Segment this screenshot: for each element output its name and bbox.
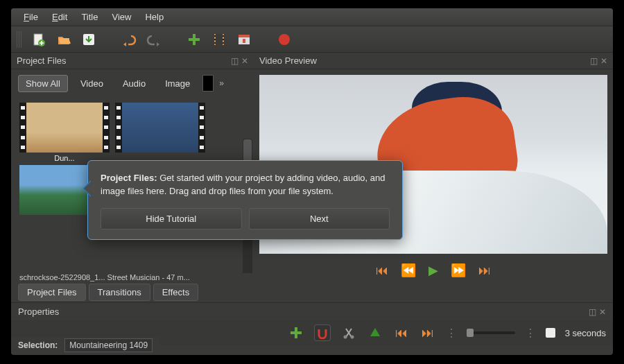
file-row-text: schrocksoe-2522908_1... Street Musician … [11,273,254,281]
svg-point-16 [350,336,354,339]
properties-header: Properties ◫✕ [11,302,613,320]
jump-end-icon[interactable]: ⏭ [478,263,491,278]
filter-image[interactable]: Image [158,76,197,92]
svg-rect-8 [223,35,224,37]
svg-rect-6 [214,39,216,40]
svg-rect-13 [243,39,245,43]
playback-controls: ⏮ ⏪ ▶ ⏩ ⏭ [254,259,613,281]
duration-checkbox[interactable] [546,328,555,338]
fast-forward-icon[interactable]: ⏩ [451,263,466,278]
new-project-icon[interactable] [31,31,47,48]
redo-icon[interactable] [146,31,162,48]
marker-icon[interactable] [367,324,383,341]
panel-close-icon[interactable]: ✕ [241,56,248,66]
filter-row: Show All Video Audio Image » [11,69,254,97]
svg-rect-4 [216,34,223,45]
jump-start-icon[interactable]: ⏮ [376,263,388,278]
play-icon[interactable]: ▶ [428,263,438,278]
tab-transitions[interactable]: Transitions [89,284,150,301]
svg-rect-12 [239,35,250,37]
clip-thumbnail[interactable] [115,103,205,158]
svg-rect-5 [214,35,216,37]
svg-point-15 [343,336,347,339]
menubar: File Edit Title View Help [11,8,613,26]
filter-black-box[interactable] [202,75,214,92]
filter-show-all[interactable]: Show All [18,75,68,92]
app-window: File Edit Title View Help Project Files … [11,8,613,355]
selection-value[interactable]: Mountaineering 1409 [64,338,153,352]
clapperboard-icon[interactable] [236,31,252,48]
menu-edit[interactable]: Edit [45,10,74,24]
save-project-icon[interactable] [80,31,97,48]
panel-close-icon[interactable]: ✕ [599,307,606,317]
video-preview-title: Video Preview [259,55,317,66]
record-icon[interactable] [276,31,293,48]
toolbar-dots-icon: ⋮ [446,327,457,340]
rewind-icon[interactable]: ⏪ [401,263,416,278]
menu-help[interactable]: Help [138,10,171,24]
tutorial-text: Project Files: Get started with your pro… [101,172,390,198]
panel-close-icon[interactable]: ✕ [600,56,607,66]
panel-float-icon[interactable]: ◫ [590,56,598,66]
prev-marker-icon[interactable]: ⏮ [393,324,410,341]
film-strip-icon[interactable] [211,31,227,48]
main-toolbar [11,26,613,53]
zoom-slider[interactable] [467,331,515,334]
properties-title: Properties [18,306,59,317]
project-files-title: Project Files [17,55,67,66]
svg-rect-7 [214,42,216,44]
toolbar-grip [17,31,22,48]
hide-tutorial-button[interactable]: Hide Tutorial [101,208,242,229]
import-files-icon[interactable] [186,31,202,48]
next-marker-icon[interactable]: ⏭ [419,324,436,341]
svg-point-14 [279,34,290,45]
tutorial-bold: Project Files: [101,173,157,183]
menu-file[interactable]: File [17,10,45,24]
bottom-tabs: Project Files Transitions Effects [11,281,613,302]
tutorial-popup: Project Files: Get started with your pro… [87,160,403,240]
selection-label: Selection: [18,340,58,350]
filter-audio[interactable]: Audio [116,76,153,92]
filter-more-icon[interactable]: » [219,78,224,88]
razor-icon[interactable] [340,324,357,341]
next-tutorial-button[interactable]: Next [249,208,390,229]
toolbar-dots-icon: ⋮ [525,327,536,340]
panel-float-icon[interactable]: ◫ [589,307,596,317]
clip-thumbnail[interactable]: Dun... [19,103,110,158]
tab-project-files[interactable]: Project Files [18,284,86,301]
add-track-icon[interactable] [288,324,304,341]
menu-view[interactable]: View [105,10,138,24]
undo-icon[interactable] [121,31,137,48]
open-project-icon[interactable] [55,31,72,48]
tab-effects[interactable]: Effects [153,284,199,301]
svg-rect-10 [223,42,224,44]
menu-title[interactable]: Title [74,10,105,24]
snap-icon[interactable] [314,324,331,341]
selection-row: Selection: Mountaineering 1409 [11,337,159,354]
filter-video[interactable]: Video [73,76,110,92]
svg-rect-9 [223,39,224,40]
panel-float-icon[interactable]: ◫ [231,56,239,66]
duration-label: 3 seconds [565,328,606,338]
